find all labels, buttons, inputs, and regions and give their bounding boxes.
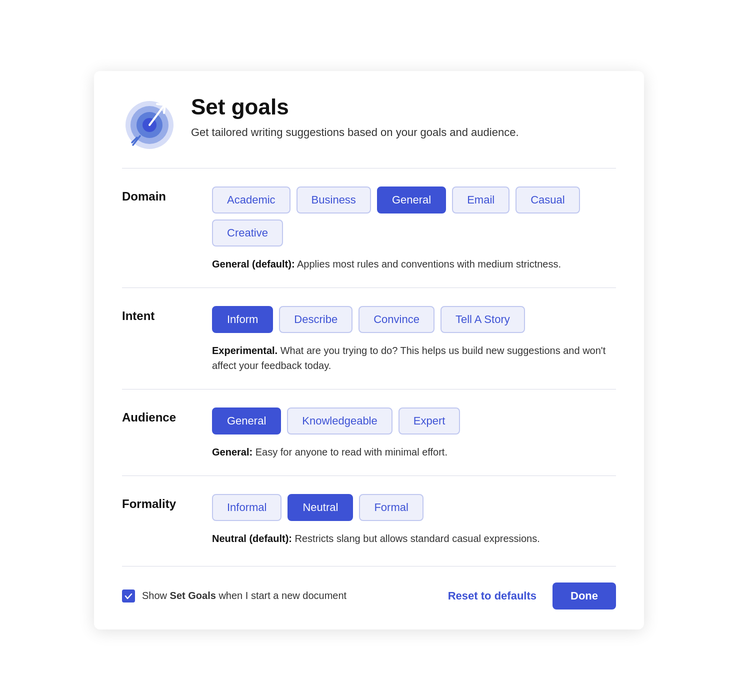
- intent-description: Experimental. What are you trying to do?…: [212, 343, 616, 373]
- formality-section: Formality Informal Neutral Formal Neutra…: [122, 476, 616, 562]
- header-text: Set goals Get tailored writing suggestio…: [191, 95, 519, 140]
- reset-button[interactable]: Reset to defaults: [448, 590, 536, 602]
- domain-business-button[interactable]: Business: [296, 186, 371, 214]
- domain-creative-button[interactable]: Creative: [212, 220, 283, 246]
- domain-academic-button[interactable]: Academic: [212, 186, 290, 214]
- domain-description: General (default): Applies most rules an…: [212, 256, 616, 272]
- domain-label: Domain: [122, 186, 212, 204]
- intent-desc-bold: Experimental.: [212, 345, 278, 356]
- formality-desc-text: Restricts slang but allows standard casu…: [292, 533, 540, 544]
- page-subtitle: Get tailored writing suggestions based o…: [191, 125, 519, 140]
- checkbox-label-prefix: Show: [142, 590, 170, 601]
- done-button[interactable]: Done: [552, 582, 616, 610]
- formality-description: Neutral (default): Restricts slang but a…: [212, 531, 616, 546]
- intent-inform-button[interactable]: Inform: [212, 306, 273, 333]
- footer-buttons: Reset to defaults Done: [448, 582, 616, 610]
- modal-header: Set goals Get tailored writing suggestio…: [122, 95, 616, 150]
- intent-describe-button[interactable]: Describe: [279, 306, 352, 333]
- audience-desc-bold: General:: [212, 446, 252, 458]
- intent-button-row: Inform Describe Convince Tell A Story: [212, 306, 616, 333]
- intent-tell-a-story-button[interactable]: Tell A Story: [440, 306, 525, 333]
- show-goals-row: Show Set Goals when I start a new docume…: [122, 590, 346, 602]
- formality-formal-button[interactable]: Formal: [359, 494, 423, 521]
- formality-neutral-button[interactable]: Neutral: [288, 494, 353, 521]
- domain-content: Academic Business General Email Casual C…: [212, 186, 616, 272]
- formality-desc-bold: Neutral (default):: [212, 533, 292, 544]
- formality-informal-button[interactable]: Informal: [212, 494, 282, 521]
- show-goals-label: Show Set Goals when I start a new docume…: [142, 590, 346, 602]
- domain-section: Domain Academic Business General Email C…: [122, 168, 616, 288]
- target-icon: [122, 95, 177, 150]
- modal-footer: Show Set Goals when I start a new docume…: [122, 566, 616, 610]
- formality-button-row: Informal Neutral Formal: [212, 494, 616, 521]
- audience-description: General: Easy for anyone to read with mi…: [212, 444, 616, 460]
- intent-convince-button[interactable]: Convince: [358, 306, 434, 333]
- checkbox-label-bold: Set Goals: [170, 590, 216, 601]
- intent-section: Intent Inform Describe Convince Tell A S…: [122, 288, 616, 389]
- domain-button-row: Academic Business General Email Casual C…: [212, 186, 616, 246]
- intent-label: Intent: [122, 306, 212, 323]
- domain-casual-button[interactable]: Casual: [516, 186, 580, 214]
- domain-email-button[interactable]: Email: [452, 186, 510, 214]
- domain-desc-bold: General (default):: [212, 258, 295, 270]
- audience-label: Audience: [122, 408, 212, 424]
- set-goals-modal: Set goals Get tailored writing suggestio…: [94, 71, 644, 630]
- formality-label: Formality: [122, 494, 212, 511]
- domain-desc-text: Applies most rules and conventions with …: [295, 258, 561, 270]
- checkbox-label-suffix: when I start a new document: [216, 590, 346, 601]
- domain-general-button[interactable]: General: [377, 186, 446, 214]
- audience-section: Audience General Knowledgeable Expert Ge…: [122, 390, 616, 476]
- audience-desc-text: Easy for anyone to read with minimal eff…: [252, 446, 448, 458]
- show-goals-checkbox-container[interactable]: [122, 590, 135, 602]
- audience-expert-button[interactable]: Expert: [398, 408, 460, 434]
- formality-content: Informal Neutral Formal Neutral (default…: [212, 494, 616, 546]
- audience-button-row: General Knowledgeable Expert: [212, 408, 616, 434]
- page-title: Set goals: [191, 95, 519, 119]
- intent-content: Inform Describe Convince Tell A Story Ex…: [212, 306, 616, 373]
- audience-content: General Knowledgeable Expert General: Ea…: [212, 408, 616, 460]
- audience-general-button[interactable]: General: [212, 408, 281, 434]
- audience-knowledgeable-button[interactable]: Knowledgeable: [287, 408, 392, 434]
